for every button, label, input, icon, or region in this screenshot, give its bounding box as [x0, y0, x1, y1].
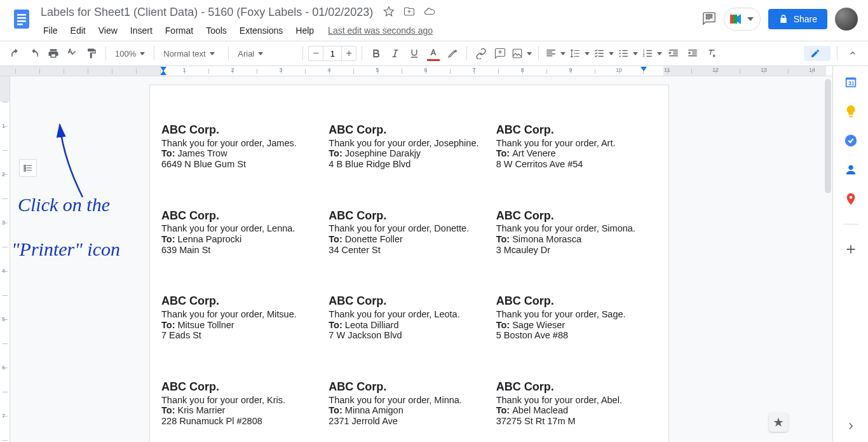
chevron-down-icon: [657, 52, 662, 55]
menu-tools[interactable]: Tools: [201, 23, 232, 38]
label-company: ABC Corp.: [496, 123, 657, 137]
svg-rect-0: [14, 10, 29, 29]
paint-format-button[interactable]: [83, 45, 100, 62]
tasks-addon-icon[interactable]: [844, 134, 858, 148]
undo-button[interactable]: [6, 45, 24, 62]
vertical-ruler[interactable]: 123456789: [0, 76, 10, 442]
document-page[interactable]: ABC Corp.Thank you for your order, James…: [150, 85, 668, 442]
last-edit-link[interactable]: Last edit was seconds ago: [328, 25, 433, 36]
increase-indent-button[interactable]: [684, 45, 702, 62]
document-title[interactable]: Labels for Sheet1 (Client Data) - 5160 (…: [38, 4, 376, 20]
label-to: To: Art Venere: [496, 148, 657, 159]
calendar-addon-icon[interactable]: 31: [844, 75, 858, 89]
explore-button[interactable]: [769, 413, 788, 432]
label-cell[interactable]: ABC Corp.Thank you for your order, James…: [161, 123, 322, 170]
italic-button[interactable]: [386, 45, 404, 62]
svg-text:3: 3: [643, 54, 645, 58]
label-company: ABC Corp.: [329, 294, 489, 308]
label-cell[interactable]: ABC Corp.Thank you for your order, Sage.…: [496, 294, 657, 341]
zoom-dropdown[interactable]: 100%: [111, 45, 149, 62]
svg-point-16: [848, 165, 853, 170]
meet-button[interactable]: [724, 8, 761, 31]
chevron-down-icon: [527, 52, 532, 55]
font-size-increase[interactable]: +: [342, 46, 356, 60]
label-cell[interactable]: ABC Corp.Thank you for your order, Art.T…: [496, 123, 657, 170]
svg-rect-3: [17, 20, 26, 22]
menu-format[interactable]: Format: [160, 23, 198, 38]
label-cell[interactable]: ABC Corp.Thank you for your order, Donet…: [329, 209, 489, 256]
label-to: To: Minna Amigon: [329, 405, 489, 416]
svg-point-8: [620, 55, 621, 57]
line-spacing-button[interactable]: [568, 45, 591, 62]
svg-rect-4: [17, 24, 23, 25]
horizontal-ruler[interactable]: 1234567891011121314: [0, 66, 832, 76]
label-company: ABC Corp.: [161, 380, 322, 394]
menu-file[interactable]: File: [38, 23, 63, 38]
bold-button[interactable]: [367, 45, 385, 62]
label-cell[interactable]: ABC Corp.Thank you for your order, Lenna…: [161, 209, 322, 256]
spellcheck-button[interactable]: [64, 45, 81, 62]
star-icon[interactable]: [383, 6, 395, 19]
contacts-addon-icon[interactable]: [844, 163, 858, 177]
decrease-indent-button[interactable]: [665, 45, 682, 62]
page-scroll[interactable]: ABC Corp.Thank you for your order, James…: [10, 76, 832, 442]
font-value: Arial: [238, 49, 254, 59]
label-cell[interactable]: ABC Corp.Thank you for your order, Minna…: [329, 380, 489, 427]
underline-button[interactable]: [405, 45, 423, 62]
insert-comment-button[interactable]: [491, 45, 509, 62]
hide-side-panel-button[interactable]: [844, 419, 858, 433]
redo-button[interactable]: [25, 45, 43, 62]
label-addr: 6649 N Blue Gum St: [161, 159, 322, 170]
label-to: To: Sage Wieser: [496, 320, 657, 331]
toolbar: 100% Normal text Arial − + 123: [0, 41, 868, 66]
label-cell[interactable]: ABC Corp.Thank you for your order, Mitsu…: [161, 294, 322, 341]
label-cell[interactable]: ABC Corp.Thank you for your order, Josep…: [329, 123, 489, 170]
label-cell[interactable]: ABC Corp.Thank you for your order, Simon…: [496, 209, 657, 256]
menu-extensions[interactable]: Extensions: [234, 23, 288, 38]
pencil-icon: [810, 48, 820, 59]
label-cell[interactable]: ABC Corp.Thank you for your order, Abel.…: [496, 380, 657, 427]
move-icon[interactable]: [403, 6, 415, 19]
label-company: ABC Corp.: [329, 123, 489, 137]
font-size-decrease[interactable]: −: [309, 46, 323, 60]
highlight-button[interactable]: [444, 45, 461, 62]
align-button[interactable]: [544, 45, 567, 62]
bulleted-list-button[interactable]: [616, 45, 639, 62]
docs-logo[interactable]: [9, 6, 34, 32]
label-cell[interactable]: ABC Corp.Thank you for your order, Kris.…: [161, 380, 322, 427]
editing-mode-button[interactable]: [804, 46, 831, 61]
clear-formatting-button[interactable]: [703, 45, 721, 62]
menu-help[interactable]: Help: [290, 23, 319, 38]
menu-insert[interactable]: Insert: [125, 23, 158, 38]
insert-image-button[interactable]: [510, 45, 533, 62]
label-thank: Thank you for your order, Kris.: [161, 395, 322, 406]
svg-rect-5: [513, 49, 522, 58]
scrollbar-thumb[interactable]: [825, 79, 831, 193]
maps-addon-icon[interactable]: [844, 192, 858, 206]
label-to: To: Donette Foller: [329, 234, 489, 245]
account-avatar[interactable]: [835, 8, 858, 31]
keep-addon-icon[interactable]: [844, 104, 858, 118]
label-company: ABC Corp.: [496, 380, 657, 394]
get-addons-button[interactable]: [844, 242, 858, 256]
menu-edit[interactable]: Edit: [65, 23, 91, 38]
styles-dropdown[interactable]: Normal text: [159, 45, 223, 62]
font-dropdown[interactable]: Arial: [234, 45, 297, 62]
numbered-list-button[interactable]: 123: [641, 45, 663, 62]
font-size-control: − +: [308, 46, 356, 61]
checklist-button[interactable]: [592, 45, 615, 62]
label-thank: Thank you for your order, Lenna.: [161, 223, 322, 234]
menu-view[interactable]: View: [93, 23, 123, 38]
comment-history-icon[interactable]: [702, 11, 716, 27]
print-button[interactable]: [44, 45, 62, 62]
text-color-button[interactable]: [424, 45, 442, 62]
cloud-status-icon[interactable]: [424, 6, 435, 19]
share-button[interactable]: Share: [768, 9, 827, 29]
label-thank: Thank you for your order, Leota.: [329, 309, 489, 320]
insert-link-button[interactable]: [472, 45, 490, 62]
font-size-input[interactable]: [323, 46, 342, 60]
label-company: ABC Corp.: [329, 209, 489, 223]
hide-menus-button[interactable]: [844, 45, 862, 62]
label-cell[interactable]: ABC Corp.Thank you for your order, Leota…: [329, 294, 489, 341]
lock-icon: [778, 14, 789, 24]
